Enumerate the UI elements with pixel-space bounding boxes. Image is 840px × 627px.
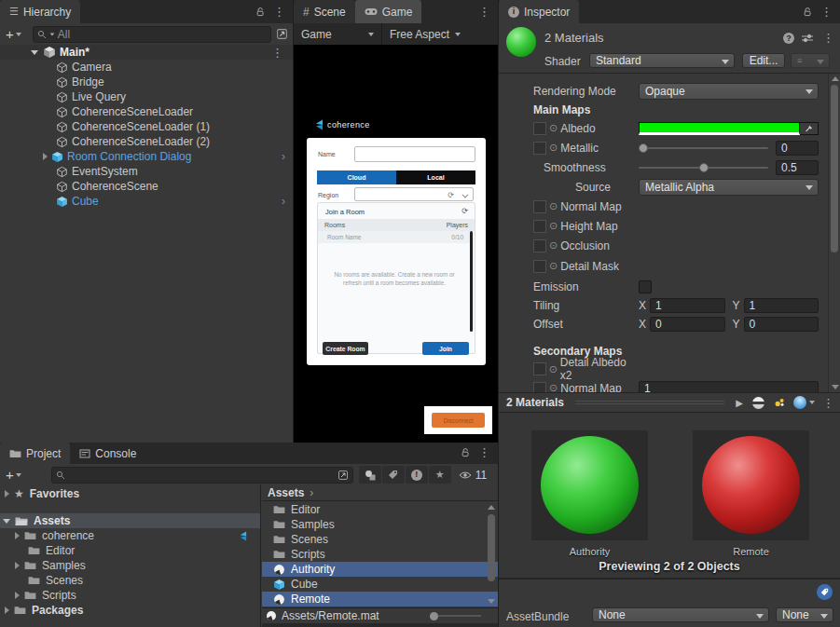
tiling-y-field[interactable]: 1: [744, 298, 819, 313]
help-icon[interactable]: ?: [783, 33, 794, 44]
source-dropdown[interactable]: Metallic Alpha: [639, 179, 819, 196]
normal-map-texture-well[interactable]: [533, 200, 546, 213]
assetbundle-variant-dropdown[interactable]: None: [776, 607, 833, 622]
material-menu-icon[interactable]: ⋮: [822, 32, 834, 44]
room-row[interactable]: Room Name 0/10: [318, 231, 470, 243]
pick-window-icon[interactable]: [276, 28, 288, 40]
expander-closed-icon[interactable]: [15, 532, 20, 539]
assetbundle-name-dropdown[interactable]: None: [592, 607, 769, 622]
local-tab-button[interactable]: Local: [396, 170, 475, 184]
rendering-mode-dropdown[interactable]: Opaque: [639, 83, 819, 100]
hierarchy-row[interactable]: EventSystem: [0, 164, 293, 179]
preview-light-icon[interactable]: [774, 397, 786, 408]
project-list-scrollbar[interactable]: [486, 503, 497, 606]
search-importlog-button[interactable]: !: [406, 466, 428, 484]
preview-environment-icon[interactable]: [793, 396, 806, 409]
albedo-texture-well[interactable]: [533, 122, 546, 135]
texture-picker-icon[interactable]: ⊙: [549, 261, 558, 271]
smoothness-slider[interactable]: [639, 167, 768, 169]
cloud-tab-button[interactable]: Cloud: [317, 170, 396, 184]
region-dropdown[interactable]: ⟳: [354, 187, 474, 201]
expander-closed-icon[interactable]: [15, 592, 20, 599]
detail-mask-texture-well[interactable]: [533, 260, 546, 273]
secondary-normal-field[interactable]: 1: [639, 381, 819, 393]
hierarchy-row[interactable]: CoherenceSceneLoader (2): [0, 134, 293, 149]
tab-console[interactable]: Console: [70, 443, 145, 464]
project-scrollbar-thumb[interactable]: [488, 514, 495, 581]
texture-picker-icon[interactable]: ⊙: [549, 123, 558, 133]
preview-shaded-icon[interactable]: [752, 397, 764, 409]
material-options-button[interactable]: ≡: [791, 53, 830, 68]
rooms-scrollbar[interactable]: [470, 231, 473, 332]
scroll-up-icon[interactable]: [832, 76, 839, 81]
detail-albedo-texture-well[interactable]: [533, 362, 546, 375]
shader-dropdown[interactable]: Standard: [589, 53, 735, 68]
scroll-down-icon[interactable]: [832, 385, 839, 389]
tab-scene[interactable]: # Scene: [294, 0, 355, 23]
inspector-menu-icon[interactable]: ⋮: [820, 6, 833, 18]
texture-picker-icon[interactable]: ⊙: [549, 364, 558, 375]
save-search-button[interactable]: ★: [429, 466, 451, 484]
expander-open-icon[interactable]: [3, 519, 10, 524]
hierarchy-row[interactable]: Cube ›: [0, 194, 293, 209]
chevron-right-icon[interactable]: ›: [282, 150, 285, 163]
tree-row-editor[interactable]: Editor: [0, 543, 260, 558]
texture-picker-icon[interactable]: ⊙: [549, 383, 558, 392]
project-add-button[interactable]: +: [0, 468, 27, 482]
preview-header[interactable]: 2 Materials ▶ ⋮: [499, 392, 840, 413]
offset-x-field[interactable]: 0: [650, 317, 724, 332]
smoothness-slider-knob[interactable]: [699, 163, 709, 172]
tab-hierarchy[interactable]: ☰ Hierarchy: [0, 0, 80, 23]
metallic-texture-well[interactable]: [533, 142, 546, 155]
game-menu-icon[interactable]: ⋮: [478, 6, 490, 18]
visibility-toggle[interactable]: 11: [459, 469, 487, 482]
preview-tile-authority[interactable]: [531, 430, 648, 540]
tree-row-coherence[interactable]: coherence: [0, 528, 260, 543]
expander-open-icon[interactable]: [31, 50, 38, 55]
expander-closed-icon[interactable]: [43, 153, 48, 160]
texture-picker-icon[interactable]: ⊙: [549, 143, 558, 153]
search-by-type-button[interactable]: [359, 466, 381, 484]
tiling-x-field[interactable]: 1: [650, 298, 724, 313]
asset-row-samples[interactable]: Samples: [262, 517, 498, 532]
preview-tile-remote[interactable]: [693, 430, 809, 540]
tab-project[interactable]: Project: [0, 443, 70, 464]
asset-row-cube[interactable]: Cube: [262, 577, 498, 592]
search-by-label-button[interactable]: [382, 466, 405, 484]
preview-drag-handle[interactable]: [575, 401, 724, 404]
name-input[interactable]: [354, 146, 475, 162]
hierarchy-search-input[interactable]: All: [33, 26, 271, 43]
inspector-scrollbar-thumb[interactable]: [831, 85, 838, 252]
smoothness-field[interactable]: 0.5: [776, 160, 819, 175]
metallic-field[interactable]: 0: [776, 141, 819, 156]
eyedropper-button[interactable]: [800, 122, 819, 135]
tab-inspector[interactable]: i Inspector: [499, 0, 579, 23]
preview-play-icon[interactable]: ▶: [736, 398, 743, 408]
chevron-right-icon[interactable]: ›: [282, 195, 285, 208]
asset-row-remote[interactable]: Remote: [262, 592, 498, 607]
assetlabels-icon[interactable]: [817, 584, 833, 600]
hierarchy-menu-icon[interactable]: ⋮: [273, 6, 285, 18]
asset-row-authority[interactable]: Authority: [262, 562, 498, 577]
scroll-down-icon[interactable]: [488, 599, 495, 604]
preview-menu-icon[interactable]: ⋮: [822, 397, 834, 409]
tab-game[interactable]: Game: [355, 0, 422, 23]
refresh-icon[interactable]: ⟳: [448, 191, 454, 199]
hierarchy-row[interactable]: Camera: [0, 60, 293, 75]
lock-icon[interactable]: [802, 7, 813, 18]
disconnect-button[interactable]: Disconnect: [432, 413, 485, 428]
thumbnail-size-slider[interactable]: [430, 612, 481, 620]
hierarchy-row[interactable]: CoherenceScene: [0, 179, 293, 194]
metallic-slider-knob[interactable]: [639, 143, 648, 153]
slider-knob[interactable]: [430, 612, 438, 620]
lock-icon[interactable]: [255, 7, 266, 18]
scroll-up-icon[interactable]: [488, 505, 495, 510]
expander-closed-icon[interactable]: [15, 562, 20, 569]
inspector-scrollbar[interactable]: [828, 74, 840, 392]
hierarchy-row[interactable]: Room Connection Dialog ›: [0, 149, 293, 164]
hierarchy-row[interactable]: CoherenceSceneLoader: [0, 104, 293, 119]
pick-window-icon[interactable]: [337, 470, 349, 481]
tree-row-scripts[interactable]: Scripts: [0, 588, 260, 603]
edit-shader-button[interactable]: Edit...: [742, 53, 785, 68]
refresh-icon[interactable]: ⟳: [461, 207, 468, 215]
